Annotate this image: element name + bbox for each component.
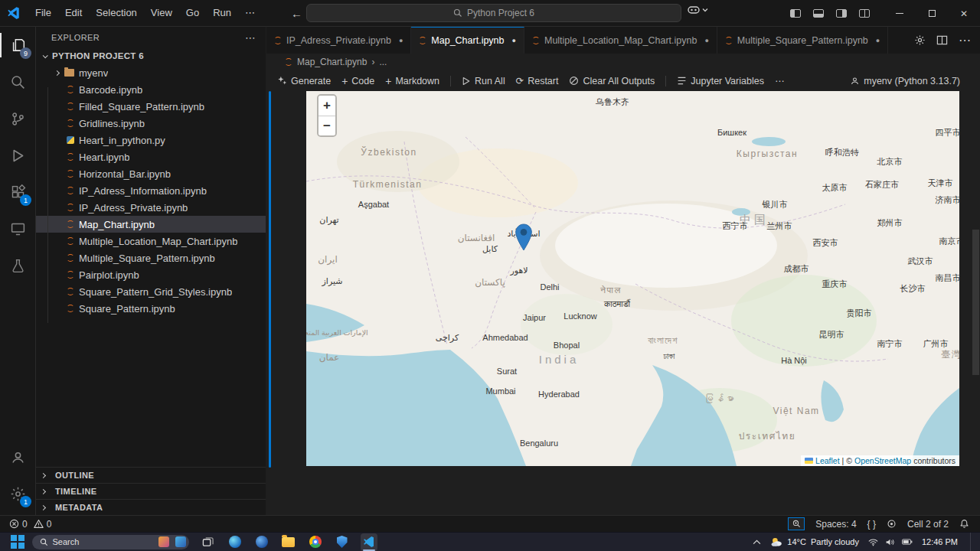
notebook-status-icon[interactable] — [887, 519, 897, 529]
tab-map-chart[interactable]: Map_Chart.ipynb ● — [411, 27, 524, 54]
editor-scrollbar-thumb[interactable] — [972, 230, 979, 375]
project-root-row[interactable]: PYTHON PROJECT 6 — [36, 47, 266, 64]
maximize-button[interactable] — [916, 0, 948, 27]
menu-file[interactable]: File — [28, 0, 58, 26]
weather-widget[interactable]: 14°C Partly cloudy — [770, 536, 859, 547]
add-markdown-cell-button[interactable]: + Markdown — [385, 76, 439, 86]
taskbar-app-vscode[interactable] — [361, 533, 377, 551]
sidebar-item-search[interactable] — [0, 64, 36, 100]
sidebar-item-extensions[interactable]: 1 — [0, 174, 36, 210]
sidebar-item-IP_Adress_Private.ipynb[interactable]: IP_Adress_Private.ipynb — [36, 199, 266, 216]
sidebar-item-Multiple_Square_Pattern.ipynb[interactable]: Multiple_Square_Pattern.ipynb — [36, 249, 266, 266]
menu-edit[interactable]: Edit — [58, 0, 89, 26]
tab-multiple-location-map-chart[interactable]: Multiple_Location_Map_Chart.ipynb ● — [524, 27, 717, 54]
sidebar-item-Square_Pattern_Grid_Styles.ipynb[interactable]: Square_Pattern_Grid_Styles.ipynb — [36, 283, 266, 300]
breadcrumb[interactable]: Map_Chart.ipynb › ... — [266, 54, 980, 70]
map-marker-pin[interactable] — [515, 224, 532, 250]
menu-view[interactable]: View — [144, 0, 179, 26]
sidebar-item-myenv[interactable]: myenv — [36, 64, 266, 81]
taskbar-app-store[interactable] — [253, 533, 270, 551]
run-all-button[interactable]: Run All — [462, 76, 505, 86]
zoom-indicator[interactable] — [788, 517, 805, 530]
close-button[interactable]: ✕ — [948, 0, 980, 27]
notifications-button[interactable] — [959, 519, 969, 529]
show-hidden-icons-chevron[interactable] — [753, 540, 761, 545]
breadcrumb-file[interactable]: Map_Chart.ipynb — [297, 57, 367, 67]
sidebar-item-Barcode.ipynb[interactable]: Barcode.ipynb — [36, 81, 266, 98]
sidebar-item-explorer[interactable]: 9 — [0, 27, 36, 64]
nav-back-icon[interactable]: ← — [291, 7, 302, 20]
tab-ip-adress-private[interactable]: IP_Adress_Private.ipynb ● — [266, 27, 411, 54]
sidebar-section-metadata[interactable]: METADATA — [36, 499, 266, 515]
taskbar-clock[interactable]: 12:46 PM — [922, 537, 958, 546]
sidebar-item-remote-explorer[interactable] — [0, 210, 36, 247]
modified-dot-icon[interactable]: ● — [704, 37, 708, 44]
settings-button[interactable]: 1 — [0, 475, 36, 512]
sidebar-item-Filled_Square_Pattern.ipynb[interactable]: Filled_Square_Pattern.ipynb — [36, 98, 266, 115]
customize-layout-icon[interactable] — [859, 9, 870, 18]
taskbar-app-file-explorer[interactable] — [280, 533, 297, 551]
show-desktop-button[interactable] — [970, 533, 972, 551]
sidebar-item-Heart.ipynb[interactable]: Heart.ipynb — [36, 148, 266, 165]
sidebar-item-testing[interactable] — [0, 247, 36, 284]
split-editor-icon[interactable] — [936, 34, 948, 46]
system-tray[interactable] — [868, 538, 913, 546]
account-button[interactable] — [0, 439, 36, 475]
sidebar-section-outline[interactable]: OUTLINE — [36, 467, 266, 483]
menu-[interactable]: ⋯ — [238, 0, 262, 26]
sidebar-item-Map_Chart.ipynb[interactable]: Map_Chart.ipynb — [36, 216, 266, 233]
sidebar-item-source-control[interactable] — [0, 100, 36, 137]
toggle-panel-icon[interactable] — [813, 9, 824, 18]
notebook-settings-icon[interactable] — [914, 34, 926, 46]
toggle-secondary-sidebar-icon[interactable] — [836, 9, 847, 18]
task-view-button[interactable] — [200, 533, 217, 551]
command-center-search[interactable]: Python Project 6 — [306, 4, 681, 22]
start-button[interactable] — [11, 535, 24, 549]
indentation-indicator[interactable]: Spaces: 4 — [815, 519, 856, 530]
taskbar-app-chrome[interactable] — [307, 533, 324, 551]
modified-dot-icon[interactable]: ● — [399, 37, 403, 44]
openstreetmap-link[interactable]: OpenStreetMap — [854, 456, 911, 465]
sidebar-item-Pairplot.ipynb[interactable]: Pairplot.ipynb — [36, 266, 266, 283]
taskbar-search[interactable]: Search — [32, 535, 189, 549]
problems-indicator[interactable]: 0 0 — [9, 519, 51, 530]
modified-dot-icon[interactable]: ● — [512, 37, 516, 44]
taskbar-app-security[interactable] — [334, 533, 351, 551]
sidebar-item-Horizontal_Bar.ipynb[interactable]: Horizontal_Bar.ipynb — [36, 165, 266, 182]
language-mode-indicator[interactable]: { } — [867, 519, 876, 530]
jupyter-variables-button[interactable]: Jupyter Variables — [677, 76, 764, 86]
zoom-out-button[interactable]: − — [318, 116, 335, 135]
leaflet-map[interactable]: 乌鲁木齐四平市БишкекКыргызстанЎzbekiston呼和浩特北京市… — [306, 91, 959, 466]
sidebar-item-Heart_in_python.py[interactable]: Heart_in_python.py — [36, 132, 266, 148]
sidebar-item-Gridlines.ipynb[interactable]: Gridlines.ipynb — [36, 115, 266, 132]
add-code-cell-button[interactable]: + Code — [341, 76, 374, 86]
kernel-picker[interactable]: myenv (Python 3.13.7) — [850, 76, 980, 86]
breadcrumb-more[interactable]: ... — [379, 57, 387, 67]
sidebar-item-IP_Adress_Information.ipynb[interactable]: IP_Adress_Information.ipynb — [36, 182, 266, 199]
editor-more-actions-icon[interactable]: ⋯ — [959, 33, 971, 47]
menu-go[interactable]: Go — [179, 0, 206, 26]
sidebar-item-Square_Pattern.ipynb[interactable]: Square_Pattern.ipynb — [36, 300, 266, 317]
toolbar-more-actions-icon[interactable]: ⋯ — [775, 75, 785, 86]
minimize-button[interactable] — [884, 0, 916, 27]
tab-multiple-square-pattern[interactable]: Multiple_Square_Pattern.ipynb ● — [717, 27, 888, 54]
generate-button[interactable]: Generate — [277, 76, 331, 86]
map-label: 银川市 — [763, 199, 788, 210]
sidebar-section-timeline[interactable]: TIMELINE — [36, 483, 266, 499]
magnifier-icon — [792, 520, 801, 528]
copilot-button[interactable] — [688, 5, 708, 15]
taskbar-app-edge[interactable] — [227, 533, 243, 551]
cell-indicator[interactable]: Cell 2 of 2 — [907, 519, 949, 530]
file-name: IP_Adress_Information.ipynb — [79, 185, 207, 197]
leaflet-link[interactable]: Leaflet — [815, 456, 840, 465]
sidebar-item-run-debug[interactable] — [0, 137, 36, 174]
menu-selection[interactable]: Selection — [89, 0, 143, 26]
zoom-in-button[interactable]: + — [318, 96, 335, 116]
toggle-sidebar-icon[interactable] — [790, 9, 801, 18]
sidebar-item-Multiple_Location_Map_Chart.ipynb[interactable]: Multiple_Location_Map_Chart.ipynb — [36, 233, 266, 249]
explorer-more-actions-icon[interactable]: ⋯ — [245, 31, 256, 44]
menu-run[interactable]: Run — [206, 0, 238, 26]
clear-all-outputs-button[interactable]: Clear All Outputs — [569, 76, 655, 86]
modified-dot-icon[interactable]: ● — [876, 37, 880, 44]
restart-button[interactable]: ⟳ Restart — [516, 75, 559, 86]
